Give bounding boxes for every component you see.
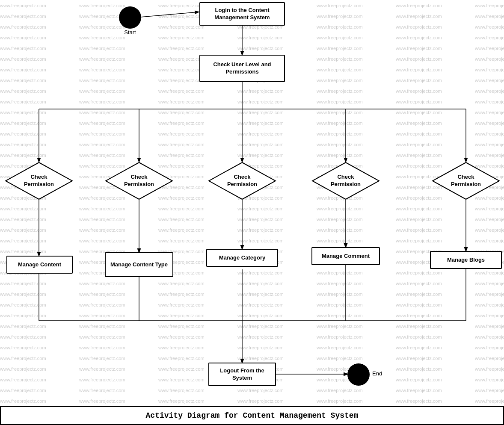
diamond-check-perm-2: Check Permission [105, 162, 173, 200]
diamond-label-2: Check Permission [118, 174, 160, 188]
diamond-check-perm-3: Check Permission [208, 162, 276, 200]
end-label: End [372, 370, 382, 377]
manage-content-box: Manage Content [6, 256, 73, 274]
logout-label: Logout From the System [213, 367, 271, 382]
manage-content-type-label: Manage Content Type [110, 261, 168, 269]
logout-box: Logout From the System [208, 363, 276, 386]
manage-blogs-box: Manage Blogs [430, 251, 502, 269]
start-label: Start [119, 29, 141, 35]
start-circle [119, 6, 141, 29]
manage-comment-label: Manage Comment [322, 253, 370, 260]
check-permissions-label: Check User Level and Permissions [205, 61, 280, 76]
diamond-label-3: Check Permission [221, 174, 264, 188]
diamond-check-perm-1: Check Permission [5, 162, 73, 200]
diamond-label-4: Check Permission [324, 174, 367, 188]
diamond-check-perm-4: Check Permission [311, 162, 380, 200]
diamond-check-perm-5: Check Permission [432, 162, 500, 200]
manage-category-box: Manage Category [206, 249, 278, 267]
manage-content-label: Manage Content [18, 261, 61, 269]
end-circle [347, 363, 370, 386]
check-permissions-box: Check User Level and Permissions [199, 55, 285, 82]
diamond-label-5: Check Permission [445, 174, 487, 188]
manage-category-label: Manage Category [219, 254, 265, 262]
manage-comment-box: Manage Comment [311, 247, 380, 265]
diagram-title: Activity Diagram for Content Management … [0, 406, 504, 425]
diamond-label-1: Check Permission [18, 174, 60, 188]
login-box: Login to the Content Management System [199, 2, 285, 26]
login-label: Login to the Content Management System [205, 7, 280, 21]
manage-content-type-box: Manage Content Type [105, 252, 173, 277]
manage-blogs-label: Manage Blogs [447, 257, 485, 264]
